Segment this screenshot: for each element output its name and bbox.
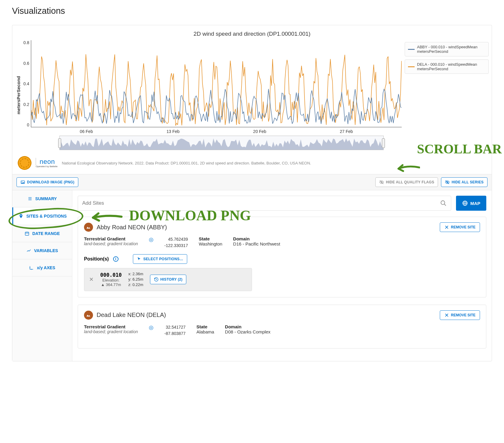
position-chip: ✕ 000.010 Elevation: ▲ 364.77m x: 2.36m … — [84, 268, 252, 291]
chart-navigator[interactable] — [59, 136, 384, 150]
chart-legend: ABBY - 000.010 - windSpeedMean metersPer… — [405, 40, 489, 150]
axes-icon — [29, 265, 34, 270]
legend-swatch-dela — [408, 66, 415, 67]
svg-point-2 — [22, 182, 22, 182]
add-sites-search[interactable] — [78, 196, 451, 211]
crosshair-icon: ◎ — [149, 236, 154, 243]
add-sites-input[interactable] — [82, 200, 440, 206]
close-icon — [444, 225, 449, 230]
legend-item-dela[interactable]: DELA - 000.010 - windSpeedMean metersPer… — [405, 59, 489, 74]
mountain-icon: ▲ — [101, 282, 105, 287]
chart-panel: 2D wind speed and direction (DP1.00001.0… — [12, 25, 492, 361]
legend-item-abby[interactable]: ABBY - 000.010 - windSpeedMean metersPer… — [405, 42, 489, 56]
terrain-icon — [84, 311, 93, 320]
site-title: Abby Road NEON (ABBY) — [97, 224, 167, 231]
svg-rect-10 — [25, 232, 29, 236]
sidenav-sites-positions[interactable]: SITES & POSITIONS — [12, 207, 72, 225]
y-axis-ticks: 0.8 0.6 0.4 0.2 0 — [22, 40, 31, 127]
download-image-button[interactable]: DOWNLOAD IMAGE (PNG) — [16, 177, 78, 187]
chart-line-icon — [26, 248, 31, 253]
select-positions-button[interactable]: SELECT POSITIONS… — [133, 254, 187, 264]
hide-quality-flags-button[interactable]: HIDE ALL QUALITY FLAGS — [375, 177, 438, 187]
chart-plot-area[interactable] — [31, 40, 402, 127]
svg-point-18 — [441, 201, 445, 205]
navigator-handle-right[interactable] — [382, 138, 385, 148]
remove-position-icon[interactable]: ✕ — [89, 276, 94, 283]
list-icon — [28, 196, 32, 201]
terrain-icon — [84, 223, 93, 232]
site-card-dela: Dead Lake NEON (DELA) REMOVE SITE Terres… — [78, 305, 486, 348]
coordinates: 45.762439 -122.330317 — [164, 236, 188, 249]
map-button[interactable]: MAP — [456, 196, 486, 211]
remove-site-button[interactable]: REMOVE SITE — [440, 222, 480, 232]
site-title: Dead Lake NEON (DELA) — [97, 312, 166, 318]
sidenav-variables[interactable]: VARIABLES — [12, 242, 72, 259]
history-icon — [154, 277, 159, 282]
info-icon[interactable]: i — [113, 256, 118, 262]
chart-toolbar: DOWNLOAD IMAGE (PNG) HIDE ALL QUALITY FL… — [12, 174, 492, 190]
legend-swatch-abby — [408, 49, 415, 50]
crosshair-icon: ◎ — [149, 324, 154, 331]
close-icon — [444, 313, 449, 318]
y-axis-label: metersPerSecond — [15, 40, 22, 150]
coordinates: 32.541727 -87.803877 — [164, 324, 186, 337]
image-icon — [20, 180, 25, 185]
search-icon — [440, 200, 447, 206]
neon-logo: neon Operated by Battelle — [36, 158, 58, 168]
svg-marker-0 — [60, 138, 383, 150]
nsf-logo — [18, 156, 32, 170]
cursor-icon — [137, 257, 142, 261]
remove-site-button[interactable]: REMOVE SITE — [440, 310, 480, 320]
hide-all-series-button[interactable]: HIDE ALL SERIES — [441, 177, 488, 187]
side-nav: SUMMARY SITES & POSITIONS DATE RANGE VAR… — [12, 190, 72, 361]
svg-line-19 — [444, 204, 446, 206]
position-xyz: x: 2.36m y: 6.25m z: 0.22m — [128, 271, 143, 288]
sidenav-date-range[interactable]: DATE RANGE — [12, 225, 72, 242]
page-title: Visualizations — [12, 6, 492, 16]
sidenav-summary[interactable]: SUMMARY — [12, 190, 72, 207]
chart-title: 2D wind speed and direction (DP1.00001.0… — [12, 31, 492, 37]
main-content: MAP Abby Road NEON (ABBY) REMOVE SITE — [72, 190, 492, 361]
eye-off-icon — [379, 180, 384, 185]
calendar-icon — [25, 231, 29, 236]
x-axis-ticks: 06 Feb 13 Feb 20 Feb 27 Feb — [31, 127, 402, 134]
globe-icon — [462, 200, 468, 206]
navigator-handle-left[interactable] — [58, 138, 61, 148]
credit-text: National Ecological Observatory Network.… — [62, 161, 311, 165]
sidenav-axes[interactable]: x/y AXES — [12, 259, 72, 276]
site-card-abby: Abby Road NEON (ABBY) REMOVE SITE Terres… — [78, 217, 486, 297]
eye-off-icon — [445, 180, 450, 185]
pin-icon — [19, 214, 23, 218]
history-button[interactable]: HISTORY (2) — [150, 275, 187, 284]
